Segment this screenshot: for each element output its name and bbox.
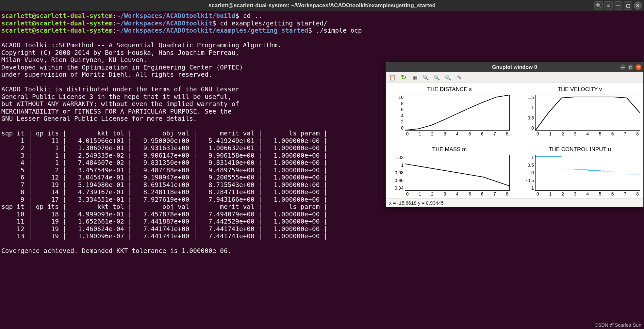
chart-title: THE DISTANCE s	[389, 86, 510, 93]
chart: THE MASS m1.0210.980.960.94012345678	[389, 146, 510, 196]
gnuplot-title: Gnuplot window 0	[492, 64, 537, 70]
maximize-button[interactable]: ▢	[628, 64, 634, 70]
clipboard-icon[interactable]: 📋	[388, 73, 396, 81]
gnuplot-titlebar[interactable]: Gnuplot window 0 — ▢ ✕	[386, 62, 643, 72]
zoom-in-icon[interactable]: 🔍	[433, 73, 441, 81]
chart: THE CONTROL INPUT u10.50-0.5-1012345678	[520, 146, 640, 196]
gnuplot-canvas: THE DISTANCE s1086420012345678THE VELOCI…	[386, 83, 643, 198]
replot-icon[interactable]: ↻	[400, 73, 407, 81]
chart-title: THE MASS m	[389, 146, 510, 153]
terminal-titlebar: scarlett@scarlett-dual-system: ~/Workspa…	[0, 0, 644, 11]
search-icon[interactable]: 🔍	[594, 1, 603, 10]
close-button[interactable]: ✕	[636, 64, 641, 70]
settings-icon[interactable]: ✎	[455, 73, 463, 81]
chart-title: THE CONTROL INPUT u	[520, 146, 640, 153]
zoom-out-icon[interactable]: 🔍	[422, 73, 430, 81]
menu-icon[interactable]: ≡	[604, 1, 613, 10]
grid-icon[interactable]: ▦	[411, 73, 419, 81]
autoscale-icon[interactable]: 🔍	[444, 73, 452, 81]
watermark: CSDN @Scarlett Sun	[594, 322, 641, 328]
chart: THE DISTANCE s1086420012345678	[389, 86, 510, 136]
close-button[interactable]: ✕	[634, 1, 642, 10]
maximize-button[interactable]: ▢	[624, 1, 632, 10]
chart: THE VELOCITY v1.510.50012345678	[520, 86, 640, 136]
gnuplot-window: Gnuplot window 0 — ▢ ✕ 📋 ↻ ▦ 🔍 🔍 🔍 ✎ THE…	[386, 62, 644, 207]
gnuplot-statusbar: x = -15.6618 y = 8.93445	[386, 198, 643, 207]
minimize-button[interactable]: —	[614, 1, 622, 10]
minimize-button[interactable]: —	[620, 64, 626, 70]
window-title: scarlett@scarlett-dual-system: ~/Workspa…	[208, 2, 436, 9]
chart-title: THE VELOCITY v	[520, 86, 640, 93]
gnuplot-toolbar: 📋 ↻ ▦ 🔍 🔍 🔍 ✎	[386, 72, 643, 83]
